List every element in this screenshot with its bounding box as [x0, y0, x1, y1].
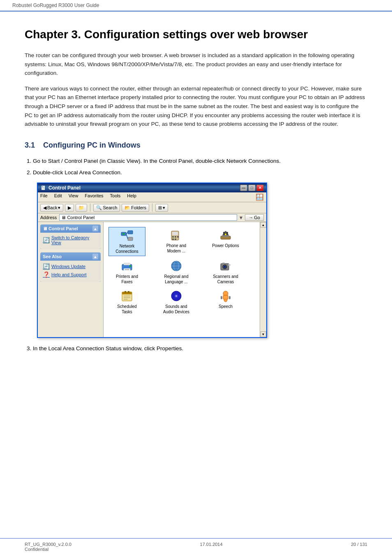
windows-update-icon: 🔄	[43, 263, 50, 270]
chapter-name: Configuration settings over web browser	[84, 28, 308, 41]
network-connections-icon[interactable]: NetworkConnections	[108, 227, 145, 256]
menu-favorites[interactable]: Favorites	[85, 193, 103, 201]
sidebar-see-also-body: 🔄 Windows Update ❓ Help and Support	[40, 261, 101, 282]
footer-left: RT_UG_R3000_v.2.0.0 Confidential	[25, 542, 71, 552]
regional-language-label: Regional andLanguage ...	[164, 274, 189, 284]
header-bar: Robustel GoRugged R3000 User Guide	[0, 0, 392, 12]
network-connections-img	[120, 229, 134, 242]
sounds-audio-label: Sounds andAudio Devices	[163, 304, 189, 314]
section-title: 3.1 Configuring PC in Windows	[25, 141, 367, 150]
intro-paragraph-1: The router can be configured through you…	[25, 51, 367, 78]
phone-modem-icon[interactable]: Phone andModem ...	[158, 227, 195, 256]
folders-icon: 📂	[125, 205, 130, 210]
go-button[interactable]: → Go	[245, 214, 264, 221]
titlebar-icon: 🖥	[40, 185, 46, 191]
scanners-cameras-icon[interactable]: Scanners andCameras	[207, 258, 244, 286]
svg-rect-1	[128, 231, 133, 234]
svg-point-12	[175, 238, 176, 240]
footer-confidential: Confidential	[25, 547, 71, 552]
back-button[interactable]: ◀ Back ▾	[40, 204, 63, 212]
section-name: Configuring PC in Windows	[43, 141, 141, 149]
steps-list: Go to Start / Control Panel (in Classic …	[33, 157, 367, 177]
intro-paragraph-2: There are various ways to connect the ro…	[25, 84, 367, 129]
address-input[interactable]: 🖥 Control Panel	[59, 214, 237, 221]
folder-up-icon: 📁	[78, 205, 84, 210]
regional-language-icon[interactable]: Regional andLanguage ...	[158, 258, 195, 286]
section-number: 3.1	[25, 141, 35, 149]
speech-icon[interactable]: Speech	[207, 288, 244, 316]
svg-point-21	[129, 265, 131, 267]
scheduled-tasks-label: ScheduledTasks	[117, 304, 136, 314]
address-label: Address	[40, 215, 57, 220]
svg-point-5	[123, 233, 125, 235]
sidebar-control-panel-header: 🖥 Control Panel ▲	[40, 224, 101, 233]
icons-content: NetworkConnections	[104, 222, 260, 337]
toolbar-separator-2	[152, 204, 152, 212]
scanners-cameras-img	[219, 259, 232, 273]
svg-point-44	[176, 296, 177, 296]
sounds-audio-img	[170, 289, 183, 303]
close-button[interactable]: ✕	[256, 185, 264, 191]
footer: RT_UG_R3000_v.2.0.0 Confidential 17.01.2…	[0, 538, 392, 555]
menu-view[interactable]: View	[69, 193, 78, 201]
main-content: Chapter 3. Configuration settings over w…	[0, 12, 392, 384]
windows-update-link[interactable]: 🔄 Windows Update	[43, 263, 98, 270]
menu-file[interactable]: File	[40, 193, 48, 201]
scrollbar[interactable]: ▲ ▼	[260, 222, 266, 337]
views-button[interactable]: ⊞ ▾	[155, 204, 168, 212]
chapter-title: Chapter 3. Configuration settings over w…	[25, 28, 367, 41]
go-arrow-icon: →	[249, 215, 253, 220]
sidebar-see-also-section: See Also ▲ 🔄 Windows Update ❓ Help and S…	[40, 252, 101, 282]
forward-icon: ▶	[68, 205, 71, 210]
svg-rect-2	[128, 237, 133, 240]
footer-page: 20 / 131	[351, 542, 367, 552]
folders-button[interactable]: 📂 Folders	[122, 204, 149, 212]
sidebar: 🖥 Control Panel ▲ 🔄 Switch to Category V…	[38, 222, 104, 337]
menu-bar: File Edit View Favorites Tools Help 🪟	[38, 192, 266, 202]
svg-point-11	[172, 238, 174, 240]
scroll-down-button[interactable]: ▼	[261, 331, 266, 337]
svg-rect-46	[223, 295, 228, 299]
speech-img	[219, 289, 232, 303]
step-2: Double-click Local Area Connection.	[33, 169, 367, 177]
scroll-up-button[interactable]: ▲	[261, 222, 266, 228]
back-arrow-icon: ◀	[43, 205, 46, 210]
step-1: Go to Start / Control Panel (in Classic …	[33, 157, 367, 165]
window-controls[interactable]: — □ ✕	[240, 185, 264, 191]
power-options-img	[219, 229, 232, 242]
dropdown-arrow-icon[interactable]: ▾	[240, 214, 242, 221]
menu-tools[interactable]: Tools	[110, 193, 121, 201]
step-3-list: In the Local Area Connection Status wind…	[33, 345, 367, 353]
help-support-link[interactable]: ❓ Help and Support	[43, 271, 98, 278]
window-body: 🖥 Control Panel ▲ 🔄 Switch to Category V…	[38, 222, 266, 337]
views-icon: ⊞	[158, 205, 162, 210]
scheduled-tasks-icon[interactable]: ScheduledTasks	[108, 288, 145, 316]
sounds-audio-icon[interactable]: Sounds andAudio Devices	[158, 288, 195, 316]
switch-category-view-link[interactable]: 🔄 Switch to Category View	[43, 235, 98, 245]
menu-help[interactable]: Help	[127, 193, 136, 201]
power-options-icon[interactable]: Power Options	[207, 227, 244, 256]
phone-modem-label: Phone andModem ...	[166, 243, 186, 254]
svg-rect-22	[125, 269, 129, 270]
see-also-collapse-button[interactable]: ▲	[92, 254, 98, 259]
svg-rect-40	[128, 291, 129, 293]
svg-line-3	[126, 232, 128, 234]
header-title: Robustel GoRugged R3000 User Guide	[12, 2, 99, 8]
window-titlebar: 🖥 Control Panel — □ ✕	[38, 183, 266, 192]
address-icon: 🖥	[61, 215, 66, 220]
scanners-cameras-label: Scanners andCameras	[213, 274, 238, 284]
forward-button[interactable]: ▶	[65, 204, 74, 212]
maximize-button[interactable]: □	[248, 185, 256, 191]
step-3: In the Local Area Connection Status wind…	[33, 345, 367, 353]
up-button[interactable]: 📁	[76, 204, 87, 212]
svg-point-10	[177, 236, 179, 238]
svg-rect-16	[225, 231, 226, 233]
svg-rect-39	[125, 291, 126, 293]
menu-edit[interactable]: Edit	[54, 193, 62, 201]
titlebar-left: 🖥 Control Panel	[40, 185, 81, 191]
sidebar-collapse-button[interactable]: ▲	[92, 226, 98, 231]
printers-faxes-icon[interactable]: Printers andFaxes	[108, 258, 145, 286]
minimize-button[interactable]: —	[240, 185, 247, 191]
search-button[interactable]: 🔍 Search	[93, 204, 120, 212]
control-panel-window: 🖥 Control Panel — □ ✕ File Edit View Fav…	[37, 183, 267, 338]
